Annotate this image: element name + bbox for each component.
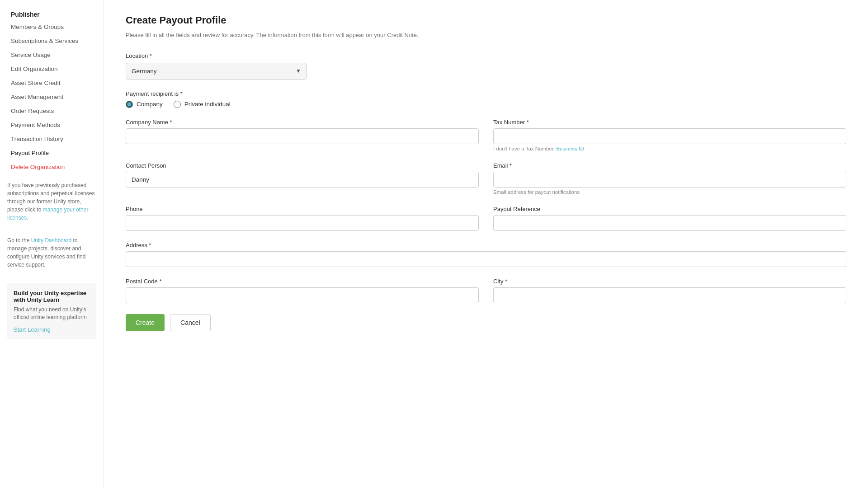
- postal-code-label: Postal Code *: [126, 278, 479, 285]
- sidebar-nav: Members & Groups Subscriptions & Service…: [0, 20, 104, 174]
- payment-recipient-section: Payment recipient is * Company Private i…: [126, 90, 846, 108]
- sidebar-item-edit-organization[interactable]: Edit Organization: [0, 62, 104, 76]
- sidebar-publisher-label: Publisher: [0, 7, 104, 20]
- sidebar-info-text-2: Go to the: [7, 237, 31, 244]
- radio-private-input[interactable]: [174, 101, 181, 108]
- tax-number-label: Tax Number *: [493, 119, 846, 126]
- main-content: Create Payout Profile Please fill in all…: [104, 0, 868, 488]
- sidebar-item-asset-management[interactable]: Asset Management: [0, 90, 104, 104]
- sidebar-learn-description: Find what you need on Unity's official o…: [14, 306, 90, 321]
- location-select[interactable]: Germany United States United Kingdom Fra…: [126, 63, 307, 80]
- tax-number-col: Tax Number * I don't have a Tax Number, …: [493, 119, 846, 151]
- address-section: Address *: [126, 242, 846, 267]
- tax-number-hint: I don't have a Tax Number, Business ID: [493, 146, 846, 151]
- postal-city-row: Postal Code * City *: [126, 278, 846, 303]
- sidebar-item-service-usage[interactable]: Service Usage: [0, 48, 104, 62]
- address-label: Address *: [126, 242, 846, 249]
- page-description: Please fill in all the fields and review…: [126, 31, 846, 40]
- city-col: City *: [493, 278, 846, 303]
- sidebar-item-subscriptions-services[interactable]: Subscriptions & Services: [0, 34, 104, 48]
- company-name-input[interactable]: [126, 128, 479, 144]
- city-label: City *: [493, 278, 846, 285]
- payment-recipient-label: Payment recipient is *: [126, 90, 846, 97]
- location-label: Location *: [126, 52, 846, 59]
- contact-person-col: Contact Person: [126, 162, 479, 195]
- page-title: Create Payout Profile: [126, 14, 846, 26]
- company-tax-row: Company Name * Tax Number * I don't have…: [126, 119, 846, 151]
- sidebar-item-transaction-history[interactable]: Transaction History: [0, 132, 104, 146]
- sidebar: Publisher Members & Groups Subscriptions…: [0, 0, 104, 488]
- sidebar-info-licenses: If you have previously purchased subscri…: [7, 181, 96, 222]
- address-input[interactable]: [126, 251, 846, 267]
- phone-label: Phone: [126, 206, 479, 212]
- sidebar-item-payment-methods[interactable]: Payment Methods: [0, 118, 104, 132]
- location-section: Location * Germany United States United …: [126, 52, 846, 80]
- sidebar-unity-dashboard-link[interactable]: Unity Dashboard: [31, 237, 71, 244]
- sidebar-start-learning-link[interactable]: Start Learning: [14, 326, 51, 333]
- sidebar-item-payout-profile[interactable]: Payout Profile: [0, 146, 104, 160]
- phone-col: Phone: [126, 206, 479, 231]
- postal-code-col: Postal Code *: [126, 278, 479, 303]
- postal-code-input[interactable]: [126, 287, 479, 303]
- tax-number-input[interactable]: [493, 128, 846, 144]
- sidebar-learn-title: Build your Unity expertise with Unity Le…: [14, 290, 90, 303]
- contact-person-label: Contact Person: [126, 162, 479, 169]
- payment-recipient-radio-group: Company Private individual: [126, 101, 846, 108]
- sidebar-learn-box: Build your Unity expertise with Unity Le…: [7, 283, 96, 339]
- tax-hint-text: I don't have a Tax Number,: [493, 146, 556, 151]
- phone-payout-row: Phone Payout Reference: [126, 206, 846, 231]
- create-button[interactable]: Create: [126, 314, 165, 331]
- radio-company-label: Company: [137, 101, 163, 108]
- payout-reference-input[interactable]: [493, 215, 846, 231]
- cancel-button[interactable]: Cancel: [170, 314, 211, 331]
- contact-email-row: Contact Person Email * Email address for…: [126, 162, 846, 195]
- radio-company-input[interactable]: [126, 101, 133, 108]
- sidebar-item-asset-store-credit[interactable]: Asset Store Credit: [0, 76, 104, 90]
- radio-private-option[interactable]: Private individual: [174, 101, 231, 108]
- payout-reference-label: Payout Reference: [493, 206, 846, 212]
- payout-reference-col: Payout Reference: [493, 206, 846, 231]
- company-name-label: Company Name *: [126, 119, 479, 126]
- location-select-wrapper: Germany United States United Kingdom Fra…: [126, 63, 307, 80]
- email-hint: Email address for payout notifications: [493, 189, 846, 195]
- email-col: Email * Email address for payout notific…: [493, 162, 846, 195]
- sidebar-info-dashboard: Go to the Unity Dashboard to manage proj…: [7, 236, 96, 269]
- business-id-link[interactable]: Business ID: [556, 146, 584, 151]
- company-name-col: Company Name *: [126, 119, 479, 151]
- radio-company-option[interactable]: Company: [126, 101, 163, 108]
- sidebar-item-members-groups[interactable]: Members & Groups: [0, 20, 104, 34]
- email-label: Email *: [493, 162, 846, 169]
- sidebar-item-delete-organization[interactable]: Delete Organization: [0, 160, 104, 174]
- city-input[interactable]: [493, 287, 846, 303]
- sidebar-item-order-requests[interactable]: Order Requests: [0, 104, 104, 118]
- contact-person-input[interactable]: [126, 172, 479, 188]
- phone-input[interactable]: [126, 215, 479, 231]
- email-input[interactable]: [493, 172, 846, 188]
- radio-private-label: Private individual: [184, 101, 231, 108]
- form-button-group: Create Cancel: [126, 314, 846, 331]
